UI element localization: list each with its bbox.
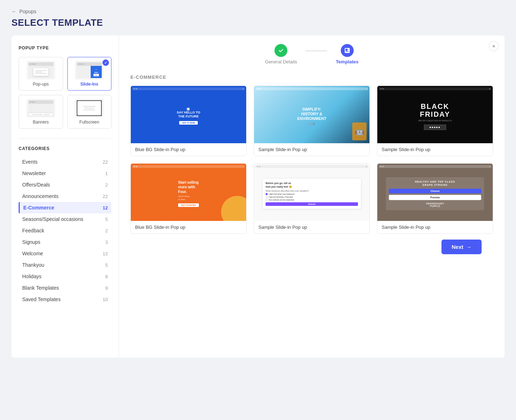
category-announcements-count: 22 (103, 194, 108, 199)
template-card-1[interactable]: Choose Preview ⬜ SAY HELLO (130, 86, 247, 156)
thumbnail-3: BLACKFRIDAY 60% OFF A SELECTION OF PRODU… (377, 86, 493, 143)
category-thankyou-count: 5 (105, 262, 108, 268)
popup-type-fullscreen[interactable]: Fullscreen (67, 95, 112, 129)
section-label: E-COMMERCE (130, 74, 493, 80)
page-title: SELECT TEMPLATE (11, 17, 505, 28)
category-signups-count: 3 (105, 240, 108, 245)
category-saved-label: Saved Templates (22, 296, 61, 302)
step-general-label: General Details (265, 59, 297, 64)
category-newsletter-count: 1 (105, 171, 108, 176)
step-connector (306, 50, 327, 51)
template-name-6: Sample Slide-in Pop up (377, 221, 493, 233)
template-card-2[interactable]: Choose Preview SIMPLIFY:HISTORY &ENVIRON… (254, 86, 370, 156)
thumbnail-6: HEALTHY AND TOP CLASSGRAPE STRAINS Choos… (377, 164, 493, 221)
category-holidays[interactable]: Holidays 8 (19, 271, 111, 282)
slideins-label: Slide-Ins (80, 82, 98, 87)
category-list: Events 22 Newsletter 1 Offers/Deals 2 An… (19, 156, 111, 305)
category-welcome-count: 12 (103, 251, 108, 256)
category-events-count: 22 (103, 159, 108, 165)
category-events[interactable]: Events 22 (19, 156, 111, 168)
main-content: × General Details Templates E-COMMER (119, 35, 505, 358)
category-feedback[interactable]: Feedback 2 (19, 225, 111, 236)
step-templates-circle (341, 44, 354, 57)
step-templates-label: Templates (336, 59, 358, 64)
popup-type-slideins[interactable]: ≡ ▬▬ btn Slide-Ins (67, 57, 112, 91)
fullscreen-icon (75, 99, 104, 117)
categories-title: CATEGORIES (19, 146, 111, 151)
step-templates: Templates (336, 44, 358, 64)
close-button[interactable]: × (489, 41, 499, 51)
category-seasons-label: Seasons/Special occasions (22, 216, 83, 222)
thumbnail-4: Start sellingmore withFour. Quick setup,… (131, 164, 246, 221)
divider (19, 139, 111, 139)
category-offers-label: Offers/Deals (22, 182, 50, 188)
template-card-4[interactable]: Choose Preview Start selling (130, 163, 247, 234)
template-card-6[interactable]: Choose Preview HEALTHY AND TOP CLASSGRAP… (377, 163, 493, 234)
category-thankyou[interactable]: Thankyou 5 (19, 259, 111, 271)
template-name-2: Sample Slide-in Pop up (254, 143, 369, 156)
template-name-5: Sample Slide-in Pop up (254, 221, 369, 233)
stepper: General Details Templates (130, 44, 493, 64)
category-announcements[interactable]: Announcements 22 (19, 190, 111, 202)
category-seasons-count: 5 (105, 217, 108, 222)
template-name-3: Sample Slide-in Pop up (377, 143, 493, 156)
svg-rect-3 (345, 51, 349, 52)
category-holidays-count: 8 (105, 274, 108, 279)
template-name-4: Blue BG Slide-in Pop up (131, 221, 246, 233)
breadcrumb-parent[interactable]: Popups (19, 9, 36, 14)
category-blank[interactable]: Blank Templates 9 (19, 282, 111, 294)
thumbnail-5: Before you go, tell ushow you really fee… (254, 164, 369, 221)
sidebar: POPUP TYPE Pop-ups (11, 35, 119, 358)
category-seasons[interactable]: Seasons/Special occasions 5 (19, 213, 111, 225)
category-welcome-label: Welcome (22, 251, 43, 256)
category-ecommerce-label: E-Commerce (23, 205, 54, 211)
category-newsletter[interactable]: Newsletter 1 (19, 168, 111, 179)
category-announcements-label: Announcements (22, 193, 58, 199)
category-feedback-count: 2 (105, 228, 108, 233)
category-holidays-label: Holidays (22, 274, 42, 279)
category-blank-count: 9 (105, 285, 108, 291)
category-blank-label: Blank Templates (22, 285, 59, 291)
category-offers-count: 2 (105, 182, 108, 188)
footer: Next → (130, 234, 493, 263)
next-label: Next (452, 244, 463, 250)
step-general: General Details (265, 44, 297, 64)
category-saved-count: 10 (103, 297, 108, 302)
category-events-label: Events (22, 159, 38, 165)
popup-type-banners[interactable]: Banners (19, 95, 63, 129)
thumbnail-1: ⬜ SAY HELLO TOTHE FUTURE GET IT NOW × (131, 86, 246, 143)
category-offers[interactable]: Offers/Deals 2 (19, 179, 111, 190)
category-welcome[interactable]: Welcome 12 (19, 248, 111, 259)
template-name-1: Blue BG Slide-in Pop up (131, 143, 246, 156)
next-arrow-icon: → (466, 244, 472, 250)
category-newsletter-label: Newsletter (22, 170, 46, 176)
banners-icon (27, 99, 55, 117)
thumbnail-2: SIMPLIFY:HISTORY &ENVIRONMENT 🤖 🎵 🤖 × (254, 86, 369, 143)
svg-point-0 (278, 47, 284, 54)
category-saved[interactable]: Saved Templates 10 (19, 294, 111, 305)
popups-label: Pop-ups (33, 82, 49, 87)
template-card-3[interactable]: Choose Preview BLACKFRIDAY 60% OFF A SEL… (377, 86, 493, 156)
next-button[interactable]: Next → (441, 240, 482, 254)
category-thankyou-label: Thankyou (22, 262, 44, 268)
category-signups-label: Signups (22, 239, 40, 245)
slideins-icon: ≡ ▬▬ btn (75, 61, 104, 79)
templates-grid: Choose Preview ⬜ SAY HELLO (130, 86, 493, 234)
svg-rect-2 (345, 49, 348, 51)
step-general-circle (274, 44, 287, 57)
fullscreen-label: Fullscreen (80, 120, 99, 125)
category-ecommerce[interactable]: E-Commerce 12 (19, 202, 111, 213)
category-signups[interactable]: Signups 3 (19, 236, 111, 248)
banners-label: Banners (33, 120, 49, 125)
popup-type-popups[interactable]: Pop-ups (19, 57, 63, 91)
category-feedback-label: Feedback (22, 228, 44, 233)
category-ecommerce-count: 12 (103, 205, 108, 211)
breadcrumb: ← Popups (11, 9, 505, 14)
popup-type-grid: Pop-ups ≡ ▬▬ btn (19, 57, 111, 129)
back-arrow-icon[interactable]: ← (11, 9, 16, 14)
active-check-icon (102, 59, 109, 66)
template-card-5[interactable]: Choose Preview Before you go, tell ushow… (254, 163, 370, 234)
popup-type-title: POPUP TYPE (19, 45, 111, 50)
popups-icon (27, 61, 55, 79)
